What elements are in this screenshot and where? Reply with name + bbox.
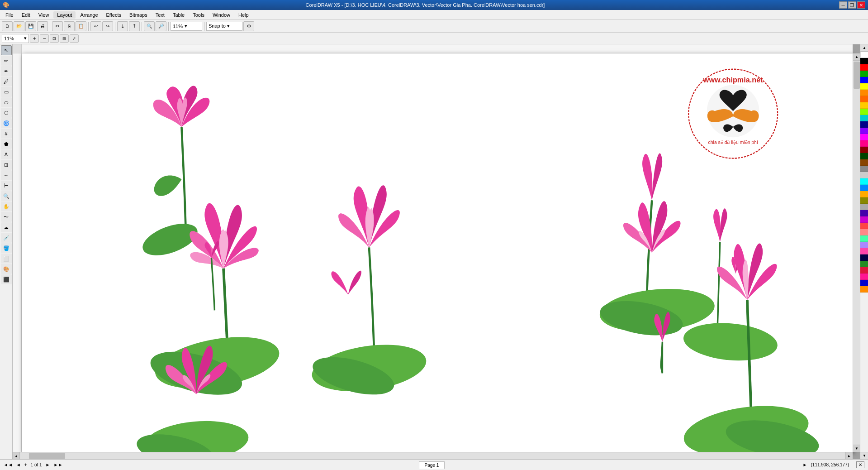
zoom-dropdown[interactable]: 11% ▾: [171, 22, 202, 31]
polygon-tool[interactable]: ⬡: [1, 108, 12, 118]
save-button[interactable]: 💾: [25, 21, 36, 31]
menu-text[interactable]: Text: [152, 11, 168, 19]
color-swatch-hotpink[interactable]: [860, 140, 868, 147]
hscroll-right-button[interactable]: ►: [845, 452, 853, 459]
hscroll-thumb[interactable]: [29, 453, 65, 459]
color-swatch-teal[interactable]: [860, 115, 868, 121]
menu-view[interactable]: View: [35, 11, 53, 19]
color-swatch-gray[interactable]: [860, 166, 868, 172]
menu-effects[interactable]: Effects: [103, 11, 125, 19]
spiral-tool[interactable]: 🌀: [1, 118, 12, 128]
color-swatch-mint[interactable]: [860, 235, 868, 242]
bezier-tool[interactable]: ✒: [1, 66, 12, 76]
page-nav-last-button[interactable]: ►►: [53, 462, 62, 467]
color-swatch-green[interactable]: [860, 71, 868, 77]
color-swatch-darkorange[interactable]: [860, 286, 868, 293]
minimize-button[interactable]: ─: [839, 1, 847, 9]
smear-tool[interactable]: ☁: [1, 222, 12, 232]
dimension-tool[interactable]: ↔: [1, 170, 12, 180]
color-swatch-maroon[interactable]: [860, 147, 868, 153]
smartdraw-tool[interactable]: 🖊: [1, 77, 12, 86]
page-add-button[interactable]: +: [24, 462, 27, 467]
color-swatch-forestgreen[interactable]: [860, 261, 868, 267]
menu-arrange[interactable]: Arrange: [76, 11, 101, 19]
color-swatch-pink[interactable]: [860, 134, 868, 140]
zoom-in-button[interactable]: 🔍: [144, 21, 155, 31]
pan-tool[interactable]: ✋: [1, 201, 12, 211]
color-swatch-navy[interactable]: [860, 121, 868, 128]
table-tool[interactable]: ⊞: [1, 160, 12, 170]
zoom-out-button[interactable]: 🔎: [156, 21, 166, 31]
zoom-in2-button[interactable]: +: [30, 34, 39, 43]
export-button[interactable]: ⤒: [129, 21, 140, 31]
paste-button[interactable]: 📋: [76, 21, 86, 31]
vscroll-thumb[interactable]: [854, 62, 860, 89]
zoom-reset-button[interactable]: ⊞: [60, 34, 69, 43]
page-nav-left-button[interactable]: ◄: [16, 462, 21, 467]
color-swatch-silver[interactable]: [860, 204, 868, 210]
copy-button[interactable]: ⎘: [64, 21, 75, 31]
eyedropper-tool[interactable]: 💉: [1, 233, 12, 243]
page-tab-1[interactable]: Page 1: [419, 461, 445, 469]
close-button[interactable]: ✕: [857, 1, 865, 9]
zoom-full-button[interactable]: ⤢: [70, 34, 79, 43]
color-swatch-purple[interactable]: [860, 128, 868, 134]
undo-button[interactable]: ↩: [90, 21, 101, 31]
zoom-tool[interactable]: 🔍: [1, 191, 12, 201]
menu-file[interactable]: File: [2, 11, 17, 19]
hscroll-end-button[interactable]: ►: [803, 462, 807, 467]
zoom-out2-button[interactable]: −: [40, 34, 49, 43]
new-button[interactable]: 🗋: [2, 21, 13, 31]
color-swatch-crimson[interactable]: [860, 267, 868, 273]
color-swatch-gold[interactable]: [860, 191, 868, 197]
color-swatch-black[interactable]: [860, 58, 868, 64]
color-swatch-lightgray[interactable]: [860, 172, 868, 178]
color-swatch-coral[interactable]: [860, 223, 868, 229]
zoom-fit-button[interactable]: ⊡: [50, 34, 59, 43]
zoom-level-dropdown[interactable]: 11% ▾: [2, 34, 29, 43]
color-swatch-blue[interactable]: [860, 77, 868, 83]
connector-tool[interactable]: ⊢: [1, 181, 12, 191]
color-swatch-skyblue[interactable]: [860, 185, 868, 191]
rectangle-tool[interactable]: ▭: [1, 87, 12, 97]
freehand-tool[interactable]: ✏: [1, 56, 12, 66]
basic-shapes-tool[interactable]: ⬟: [1, 139, 12, 149]
menu-layout[interactable]: Layout: [53, 11, 76, 19]
fill-tool[interactable]: 🎨: [1, 264, 12, 274]
color-swatch-lavender[interactable]: [860, 242, 868, 248]
menu-help[interactable]: Help: [235, 11, 252, 19]
color-swatch-indigo[interactable]: [860, 210, 868, 216]
menu-tools[interactable]: Tools: [189, 11, 208, 19]
vscroll-up-button[interactable]: ▲: [853, 53, 860, 61]
horizontal-scrollbar[interactable]: ◄ ►: [13, 452, 853, 459]
palette-scroll-down[interactable]: ▼: [860, 452, 868, 459]
close-color-button[interactable]: ✕: [856, 461, 864, 468]
selection-tool[interactable]: ↖: [1, 45, 12, 55]
menu-bitmaps[interactable]: Bitmaps: [126, 11, 151, 19]
color-swatch-cyan[interactable]: [860, 178, 868, 185]
paintbucket-tool[interactable]: 🪣: [1, 243, 12, 253]
interactive-fill-tool[interactable]: ⬛: [1, 274, 12, 284]
color-swatch-violet[interactable]: [860, 216, 868, 223]
freehand-smooth-tool[interactable]: 〜: [1, 212, 12, 222]
color-swatch-brown[interactable]: [860, 159, 868, 166]
palette-scroll-up[interactable]: ▲: [860, 44, 868, 52]
color-swatch-yellow[interactable]: [860, 83, 868, 90]
color-swatch-red[interactable]: [860, 64, 868, 71]
color-swatch-lime[interactable]: [860, 109, 868, 115]
color-swatch-orange[interactable]: [860, 90, 868, 96]
color-swatch-darkblue[interactable]: [860, 254, 868, 261]
print-button[interactable]: 🖨: [37, 21, 48, 31]
open-button[interactable]: 📂: [14, 21, 24, 31]
color-swatch-yellow2[interactable]: [860, 102, 868, 109]
color-swatch-orange2[interactable]: [860, 96, 868, 102]
hscroll-left-button[interactable]: ◄: [13, 452, 20, 459]
page-nav-right-button[interactable]: ►: [46, 462, 50, 467]
vscroll-down-button[interactable]: ▼: [853, 445, 860, 452]
graph-paper-tool[interactable]: #: [1, 129, 12, 139]
snap-to-dropdown[interactable]: Snap to ▾: [206, 22, 242, 31]
text-tool[interactable]: A: [1, 149, 12, 159]
page-nav-prev-button[interactable]: ◄◄: [4, 462, 13, 467]
color-swatch-white[interactable]: [860, 52, 868, 58]
ellipse-tool[interactable]: ⬭: [1, 97, 12, 107]
